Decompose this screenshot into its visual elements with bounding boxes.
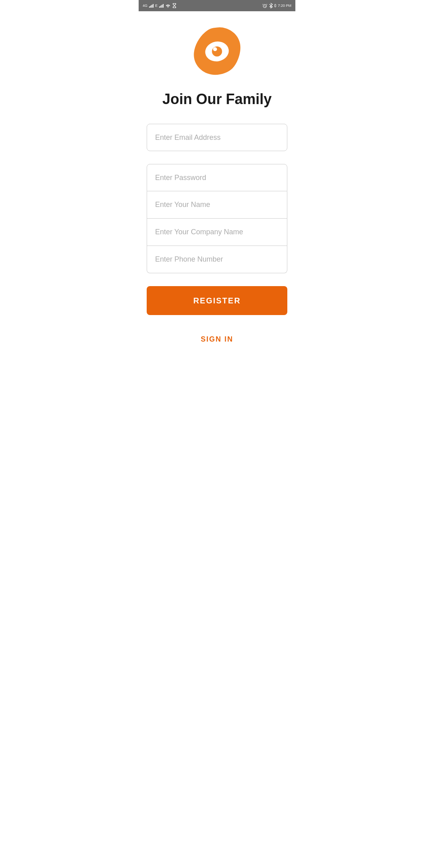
sign-in-link[interactable]: SIGN IN xyxy=(147,335,287,344)
register-button[interactable]: REGISTER xyxy=(147,286,287,315)
password-input[interactable] xyxy=(147,164,287,191)
status-bar-right: 7:20 PM xyxy=(262,3,291,8)
alarm-icon xyxy=(262,3,267,8)
svg-point-3 xyxy=(213,47,217,51)
main-content: Join Our Family REGISTER SIGN IN xyxy=(139,11,295,360)
email-field-wrapper xyxy=(147,124,287,158)
network-type-2: E xyxy=(155,4,158,8)
status-bar: 4G E xyxy=(139,0,295,11)
battery-icon xyxy=(274,4,276,7)
bluetooth-icon xyxy=(269,3,273,8)
signal-icon-2 xyxy=(159,4,164,8)
registration-form: REGISTER SIGN IN xyxy=(147,124,287,344)
hourglass-icon xyxy=(172,3,176,8)
phone-input[interactable] xyxy=(147,246,287,273)
wifi-icon xyxy=(165,4,171,8)
signal-icon xyxy=(149,4,154,8)
time-display: 7:20 PM xyxy=(278,4,291,8)
app-logo xyxy=(189,23,245,80)
status-bar-left: 4G E xyxy=(143,3,176,8)
company-input[interactable] xyxy=(147,219,287,246)
network-type: 4G xyxy=(143,4,147,8)
page-title: Join Our Family xyxy=(162,91,272,108)
stacked-fields xyxy=(147,164,287,280)
name-input[interactable] xyxy=(147,191,287,219)
svg-point-2 xyxy=(212,46,222,56)
email-input[interactable] xyxy=(147,124,287,151)
logo-container xyxy=(189,23,245,81)
